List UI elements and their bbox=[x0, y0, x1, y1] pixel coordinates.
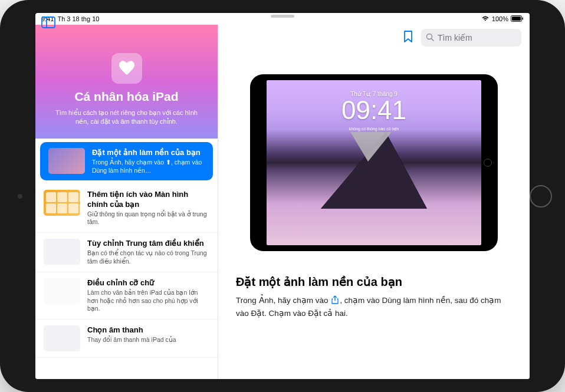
device-home-button[interactable] bbox=[530, 185, 552, 207]
sidebar-list[interactable]: Đặt một ảnh làm nền của bạnTrong Ảnh, hã… bbox=[35, 139, 218, 379]
sidebar-item-0[interactable]: Đặt một ảnh làm nền của bạnTrong Ảnh, hã… bbox=[40, 142, 213, 181]
svg-rect-1 bbox=[512, 17, 521, 21]
main-area: Thứ Tư, 7 tháng 9 09:41 không có thông b… bbox=[218, 25, 530, 379]
sidebar-item-thumbnail bbox=[48, 148, 85, 174]
sidebar-item-desc: Giữ thông tin quan trọng nổi bật và ở tr… bbox=[87, 210, 209, 226]
sidebar-subtitle: Tìm hiểu cách tạo nét riêng cho bạn với … bbox=[47, 108, 206, 127]
preview-home-button bbox=[484, 159, 492, 167]
wifi-icon bbox=[481, 15, 490, 22]
article-title: Đặt một ảnh làm nền của bạn bbox=[236, 275, 512, 289]
battery-label: 100% bbox=[492, 15, 508, 22]
share-icon bbox=[331, 295, 339, 308]
screen: 9:41 Th 3 18 thg 10 100% bbox=[35, 13, 530, 379]
ipad-lockscreen-preview: Thứ Tư, 7 tháng 9 09:41 không có thông b… bbox=[250, 74, 498, 251]
sidebar-item-title: Thêm tiện ích vào Màn hình chính của bạn bbox=[87, 190, 209, 209]
multitask-handle[interactable] bbox=[271, 15, 294, 18]
sidebar-item-desc: Thay đổi âm thanh mà iPad của bbox=[87, 336, 209, 344]
article-body: Trong Ảnh, hãy chạm vào , chạm vào Dùng … bbox=[236, 295, 512, 320]
sidebar-item-2[interactable]: Tùy chỉnh Trung tâm điều khiểnBạn có thể… bbox=[35, 233, 218, 272]
svg-rect-2 bbox=[523, 17, 524, 19]
sidebar-item-thumbnail bbox=[44, 239, 80, 265]
sidebar-item-thumbnail bbox=[44, 278, 80, 304]
search-icon bbox=[426, 33, 434, 43]
search-field[interactable] bbox=[421, 29, 521, 47]
sidebar-toggle-button[interactable] bbox=[41, 17, 55, 28]
main-content[interactable]: Thứ Tư, 7 tháng 9 09:41 không có thông b… bbox=[218, 51, 530, 379]
lockscreen-time: 09:41 bbox=[341, 97, 406, 123]
sidebar-item-1[interactable]: Thêm tiện ích vào Màn hình chính của bạn… bbox=[35, 184, 218, 233]
svg-line-6 bbox=[432, 38, 434, 41]
sidebar-item-desc: Bạn có thể chọn tác vụ nào có trong Trun… bbox=[87, 249, 209, 265]
sidebar-title: Cá nhân hóa iPad bbox=[47, 90, 206, 104]
lockscreen-subtext: không có thông báo cũ hơn bbox=[349, 127, 399, 131]
sidebar-item-title: Điều chỉnh cỡ chữ bbox=[87, 278, 209, 288]
sidebar-item-title: Đặt một ảnh làm nền của bạn bbox=[92, 148, 205, 157]
search-input[interactable] bbox=[438, 33, 530, 42]
sidebar: Cá nhân hóa iPad Tìm hiểu cách tạo nét r… bbox=[35, 25, 218, 379]
sidebar-item-thumbnail bbox=[44, 190, 80, 216]
lockscreen-wallpaper: Thứ Tư, 7 tháng 9 09:41 không có thông b… bbox=[267, 80, 481, 245]
article-text-pre: Trong Ảnh, hãy chạm vào bbox=[236, 296, 329, 305]
sidebar-item-title: Chọn âm thanh bbox=[87, 325, 209, 335]
svg-rect-3 bbox=[42, 17, 55, 28]
sidebar-item-3[interactable]: Điều chỉnh cỡ chữLàm cho văn bản trên iP… bbox=[35, 272, 218, 319]
mountain-graphic bbox=[321, 132, 427, 209]
ipad-device-frame: 9:41 Th 3 18 thg 10 100% bbox=[0, 0, 565, 392]
device-camera bbox=[18, 194, 22, 199]
sidebar-header: Cá nhân hóa iPad Tìm hiểu cách tạo nét r… bbox=[35, 25, 218, 139]
bookmark-button[interactable] bbox=[403, 31, 413, 45]
sidebar-item-thumbnail bbox=[44, 325, 80, 351]
sidebar-item-4[interactable]: Chọn âm thanhThay đổi âm thanh mà iPad c… bbox=[35, 319, 218, 358]
sidebar-item-title: Tùy chỉnh Trung tâm điều khiển bbox=[87, 239, 209, 248]
sidebar-item-desc: Làm cho văn bản trên iPad của bạn lớn hơ… bbox=[87, 289, 209, 313]
sidebar-item-desc: Trong Ảnh, hãy chạm vào ⬆, chạm vào Dùng… bbox=[92, 159, 205, 174]
main-toolbar bbox=[218, 25, 530, 51]
status-date: Th 3 18 thg 10 bbox=[57, 15, 99, 22]
heart-icon bbox=[111, 53, 142, 84]
battery-icon bbox=[511, 15, 524, 23]
